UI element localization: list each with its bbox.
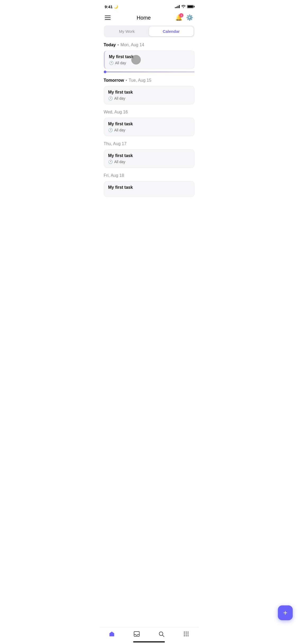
task-card-tomorrow-1[interactable]: My first task 🕐 All day xyxy=(104,86,195,104)
page-title: Home xyxy=(137,15,151,21)
date-label-tomorrow-bold: Tomorrow xyxy=(104,78,124,83)
avatar-overlay xyxy=(131,55,141,65)
date-label-today-bold: Today xyxy=(104,43,116,47)
notification-badge: 1 xyxy=(179,13,183,17)
wifi-icon xyxy=(181,5,186,9)
date-header-today: Today • Mon, Aug 14 xyxy=(104,43,195,47)
header-actions: 🔔 1 ⚙️ xyxy=(175,14,193,21)
task-card-thu-1[interactable]: My first task 🕐 All day xyxy=(104,149,195,168)
date-label-tomorrow-light: Tue, Aug 15 xyxy=(129,78,151,83)
clock-icon-tomorrow: 🕐 xyxy=(108,96,113,100)
signal-icon xyxy=(175,5,180,8)
date-header-wed: Wed, Aug 16 xyxy=(104,110,195,114)
task-time-today-1: 🕐 All day xyxy=(109,61,190,65)
section-today: Today • Mon, Aug 14 My first task 🕐 All … xyxy=(104,43,195,73)
time-display: 9:41 xyxy=(105,4,113,9)
progress-line xyxy=(104,72,195,73)
task-card-fri-1[interactable]: My first task xyxy=(104,181,195,197)
task-time-tomorrow-1: 🕐 All day xyxy=(108,96,190,100)
battery-icon xyxy=(187,5,193,8)
task-title-tomorrow-1: My first task xyxy=(108,90,190,95)
task-card-wed-1[interactable]: My first task 🕐 All day xyxy=(104,118,195,136)
date-separator-today: • xyxy=(117,43,119,47)
tab-switcher: My Work Calendar xyxy=(104,25,195,37)
section-fri: Fri, Aug 18 My first task xyxy=(104,173,195,197)
section-thu: Thu, Aug 17 My first task 🕐 All day xyxy=(104,141,195,168)
section-tomorrow: Tomorrow • Tue, Aug 15 My first task 🕐 A… xyxy=(104,78,195,104)
notification-bell[interactable]: 🔔 1 xyxy=(175,14,182,21)
task-time-wed-1: 🕐 All day xyxy=(108,128,190,132)
tab-calendar[interactable]: Calendar xyxy=(149,26,193,36)
menu-line-3 xyxy=(105,19,111,20)
header: Home 🔔 1 ⚙️ xyxy=(100,12,199,25)
task-title-wed-1: My first task xyxy=(108,122,190,126)
menu-line-1 xyxy=(105,16,111,16)
clock-icon-thu: 🕐 xyxy=(108,160,113,164)
date-label-fri: Fri, Aug 18 xyxy=(104,173,124,178)
date-header-thu: Thu, Aug 17 xyxy=(104,141,195,146)
task-title-fri-1: My first task xyxy=(108,185,190,190)
status-bar: 9:41 🌙 xyxy=(100,0,199,12)
date-label-today-light: Mon, Aug 14 xyxy=(120,43,144,47)
task-time-thu-1: 🕐 All day xyxy=(108,160,190,164)
task-title-thu-1: My first task xyxy=(108,153,190,158)
date-label-thu: Thu, Aug 17 xyxy=(104,141,127,146)
date-header-fri: Fri, Aug 18 xyxy=(104,173,195,178)
settings-button[interactable]: ⚙️ xyxy=(186,14,193,21)
moon-icon: 🌙 xyxy=(114,5,118,9)
clock-icon: 🕐 xyxy=(109,61,114,65)
date-header-tomorrow: Tomorrow • Tue, Aug 15 xyxy=(104,78,195,83)
tab-my-work[interactable]: My Work xyxy=(105,26,149,36)
main-content: Today • Mon, Aug 14 My first task 🕐 All … xyxy=(100,43,199,229)
date-separator-tomorrow: • xyxy=(126,78,127,83)
date-label-wed: Wed, Aug 16 xyxy=(104,110,128,114)
menu-button[interactable] xyxy=(105,16,112,20)
status-time: 9:41 🌙 xyxy=(105,4,118,9)
section-wed: Wed, Aug 16 My first task 🕐 All day xyxy=(104,110,195,136)
task-title-today-1: My first task xyxy=(109,54,190,59)
clock-icon-wed: 🕐 xyxy=(108,128,113,132)
task-card-today-1[interactable]: My first task 🕐 All day xyxy=(104,50,195,69)
menu-line-2 xyxy=(105,17,111,18)
status-icons xyxy=(175,5,193,9)
